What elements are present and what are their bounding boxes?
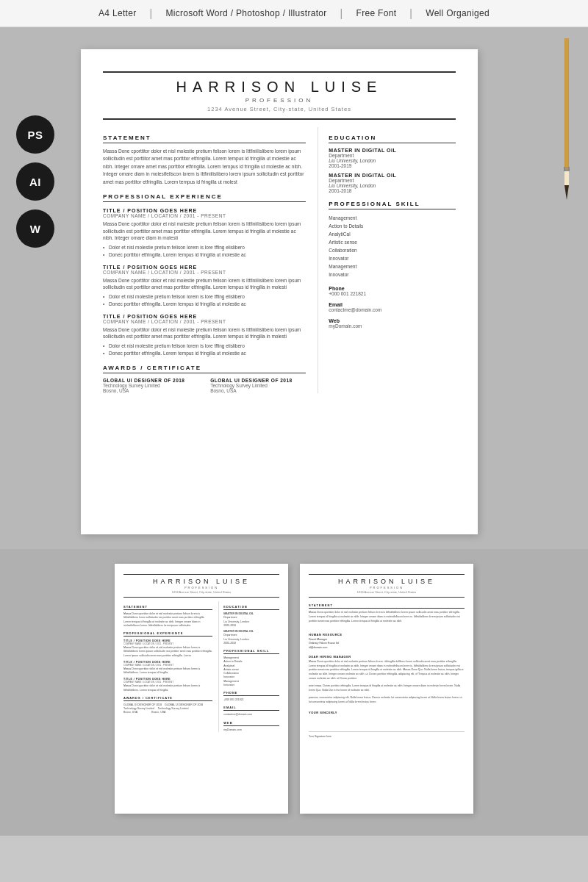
job-title-2: TITLE / POSITION GOES HERE [103,265,306,270]
skill-1: Management [329,214,456,222]
statement-text: Massa Done cporttitor dolor et nisl mole… [103,148,306,186]
banner-item-2: Microsoft Word / Photoshop / Illustrator [165,8,326,18]
job-desc-2: Massa Done cporttitor dolor et nisl mole… [103,277,306,292]
small-job-company-1a: COMPANY NAME / LOCATION / 2001 - PRESENT [123,642,212,645]
skill-8: Innovator [329,270,456,279]
resume-address: 1234 Avenue Street, City-state, United S… [103,106,456,112]
small-edu-title-1: EDUCATION [223,605,279,610]
job-bullet-3b: Donec porttitor etfringilla. Lorem tempu… [103,350,306,357]
job-company-1: COMPANY NAME / LOCATION / 2001 - PRESENT [103,213,306,218]
edu-degree-2: MASTER IN DIGITAL OIL [329,173,456,178]
cover-address: 1234 Avenue Street, City-state, United S… [309,590,465,594]
skill-4: Artistic sense [329,238,456,246]
small-skills-1: ManagementAction to DetailsAnalyticalArt… [223,656,279,687]
small-job-desc-1a: Massa Done qporttitor dolor et nisl mole… [123,646,212,658]
statement-title: STATEMENT [103,135,306,143]
skill-6: Innovator [329,254,456,262]
edu-uni-2: Liu University, London [329,183,456,188]
banner-item-1: A4 Letter [98,8,136,18]
cover-profession: PROFESSION [309,586,465,589]
experience-title: PROFESSIONAL EXPERIENCE [103,193,306,202]
resume-left-column: STATEMENT Massa Done cporttitor dolor et… [103,127,306,393]
word-badge: W [16,209,54,248]
top-banner: A4 Letter | Microsoft Word / Photoshop /… [0,0,588,27]
small-skill-title-1: PROFESSIONAL SKILL [223,649,279,654]
resume-header: HARRISON LUISE PROFESSION 1234 Avenue St… [103,71,456,120]
edu-uni-1: Liu University, London [329,158,456,163]
svg-marker-2 [564,185,569,200]
main-resume-card: HARRISON LUISE PROFESSION 1234 Avenue St… [81,49,478,534]
award-company-2: Technology Survey Limited [210,383,306,388]
job-bullet-1a: Dolor et nisl molestie pretium felison l… [103,244,306,251]
email-label: Email [329,302,456,307]
small-address-1: 1234 Avenue Street, City-state, United S… [123,590,279,594]
small-phone-1: +000 001 221821 [223,698,279,702]
small-name-1: HARRISON LUISE [123,578,279,585]
small-statement-title-1: STATEMENT [123,605,212,610]
job-desc-3: Massa Done cporttitor dolor et nisl mole… [103,326,306,341]
edu-degree-1: MASTER IN DIGITAL OIL [329,148,456,153]
small-exp-title-1: PROFESSIONAL EXPERIENCE [123,631,212,637]
skills-title: PROFESSIONAL SKILL [329,201,456,209]
small-contact-title-1: Phone [223,691,279,696]
job-company-3: COMPANY NAME / LOCATION / 2001 - PRESENT [103,319,306,324]
banner-divider-3: | [409,7,412,19]
cover-statement-title: STATEMENT [309,603,465,609]
skill-5: Collaboration [329,246,456,254]
cover-sincerly-label: YOUR SINCERLY [309,711,465,714]
signature-line [309,717,465,732]
cover-dear-label: Dear Hiring Manager [309,655,465,659]
skill-2: Action to Details [329,222,456,230]
education-title: EDUCATION [329,135,456,143]
award-year-2: Bosno, USA [210,388,306,393]
phone-label: Phone [329,286,456,291]
web-value: myDomain.com [329,323,456,329]
banner-divider-1: | [149,7,152,19]
awards-grid: GLOBAL UI DESIGNER OF 2018 Technology Su… [103,378,306,393]
resume-profession: PROFESSION [103,97,456,104]
awards-title: AWARDS / CERTIFICATE [103,365,306,373]
edu-year-2: 2001-2018 [329,188,456,193]
resume-right-column: EDUCATION MASTER IN DIGITAL OIL Departme… [318,127,456,393]
illustrator-badge: AI [16,162,54,201]
small-header-1: HARRISON LUISE PROFESSION 1234 Avenue St… [123,574,279,598]
small-award-title-1: AWARDS / CERTIFICATE [123,696,212,701]
small-edu-year-1: 2005-2018 [223,624,279,628]
job-bullet-2a: Dolor et nisl molestie pretium felison l… [103,293,306,301]
small-right-1: EDUCATION MASTER IN DIGITAL OIL Departme… [218,601,279,732]
photoshop-badge: PS [16,115,54,154]
banner-item-4: Well Organiged [426,8,490,18]
cover-statement-text: Massa Done cporttitor dolor et nisl mole… [309,611,465,624]
small-left-1: STATEMENT Massa Done cporttitor dolor et… [123,601,212,732]
svg-rect-1 [564,171,569,185]
job-title-3: TITLE / POSITION GOES HERE [103,314,306,319]
cover-signature: Your Signature here [309,735,465,739]
cover-email: id@domain.com [309,646,465,650]
phone-value: +000 001 221821 [329,291,456,296]
small-email-1: contactme@domain.com [223,713,279,717]
small-statement-text-1: Massa Done cporttitor dolor et nisl mole… [123,612,212,628]
web-label: Web [329,318,456,323]
skill-7: Management [329,262,456,270]
edu-dept-2: Department [329,178,456,183]
resume-name: HARRISON LUISE [103,79,456,96]
award-title-1: GLOBAL UI DESIGNER OF 2018 [103,378,198,383]
job-desc-1: Massa Done cporttitor dolor et nisl mole… [103,220,306,242]
job-bullet-1b: Donec porttitor etfringilla. Lorem tempu… [103,251,306,259]
award-item-1: GLOBAL UI DESIGNER OF 2018 Technology Su… [103,378,198,393]
pencil-decoration [559,38,575,200]
small-edu-year-2: 2005-2018 [223,642,279,645]
cover-name: HARRISON LUISE [309,578,465,585]
small-profession-1: PROFESSION [123,586,279,589]
banner-item-3: Free Font [356,8,397,18]
cover-hr-label: HUMAN RESOURCE [309,633,465,637]
award-item-2: GLOBAL UI DESIGNER OF 2018 Technology Su… [210,378,306,393]
bottom-section: HARRISON LUISE PROFESSION 1234 Avenue St… [0,549,588,836]
small-job-desc-1b: Massa Done qporttitor dolor et nisl mole… [123,667,212,675]
small-web-title-1: Web [223,721,279,726]
small-resume-1: HARRISON LUISE PROFESSION 1234 Avenue St… [115,564,288,814]
job-bullet-3a: Dolor et nisl molestie pretium felison l… [103,343,306,350]
edu-year-1: 2001-2019 [329,163,456,168]
svg-rect-4 [565,38,568,171]
skill-3: AnalytiCal [329,230,456,238]
